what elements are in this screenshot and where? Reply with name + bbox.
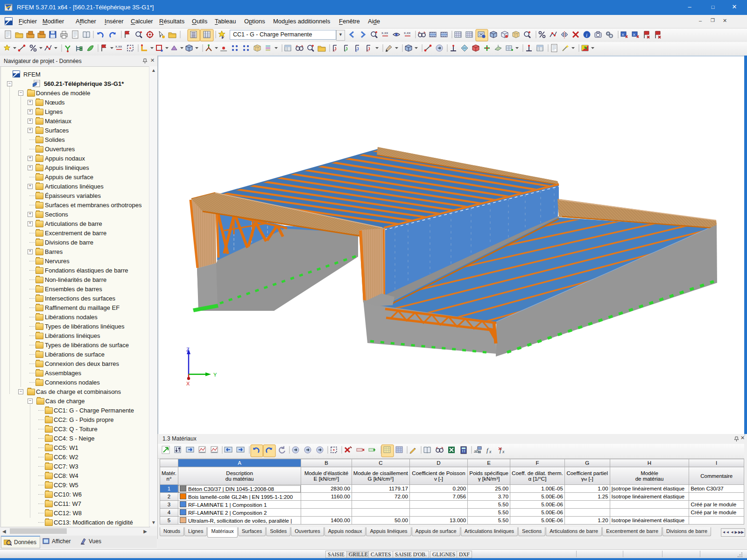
svg-text:Z: Z [355,49,358,52]
svg-text:Y: Y [213,372,217,378]
svg-text:x.xx: x.xx [404,31,410,35]
svg-text:x: x [489,449,492,454]
svg-text:i: i [586,32,587,38]
svg-text:x.xx: x.xx [381,31,388,35]
svg-text:Y: Y [344,49,346,52]
svg-text:Z: Z [186,347,190,352]
svg-text:x.xx: x.xx [115,44,122,49]
svg-text:x: x [502,449,505,454]
svg-text:X: X [333,49,335,52]
svg-text:X: X [186,381,190,386]
svg-text:X: X [366,49,369,52]
svg-text:X: X [622,33,625,37]
svg-text:X: X [633,33,636,37]
